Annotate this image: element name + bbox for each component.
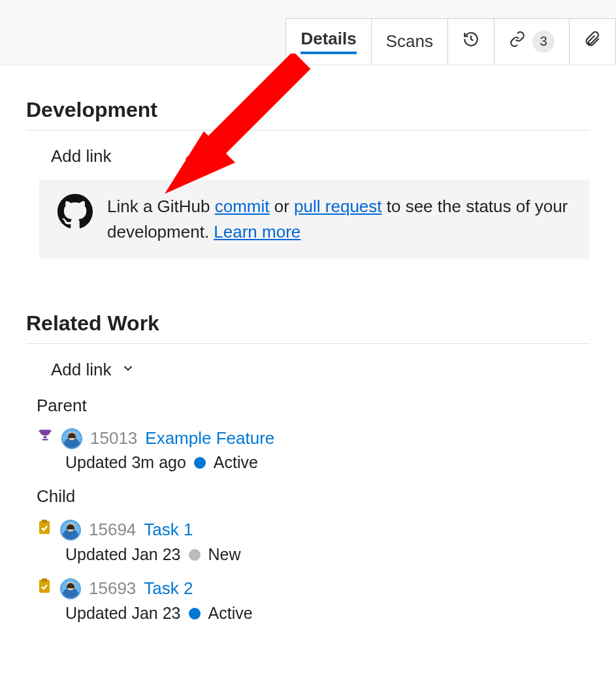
work-item[interactable]: 15693Task 2Updated Jan 23Active: [37, 573, 590, 632]
state-dot-icon: [189, 608, 201, 620]
tab-scans[interactable]: Scans: [371, 18, 448, 64]
clipboard-icon: [37, 577, 52, 600]
state-dot-icon: [189, 549, 201, 561]
work-item[interactable]: 15013Example FeatureUpdated 3m agoActive: [37, 424, 590, 481]
work-item-state: Active: [214, 453, 258, 472]
work-item-updated: Updated Jan 23: [65, 604, 181, 623]
history-icon: [462, 31, 479, 52]
tab-bar: Details Scans 3: [0, 0, 616, 65]
group-label: Child: [37, 486, 590, 507]
related-work-add-link-dropdown[interactable]: Add link: [51, 360, 590, 380]
svg-rect-5: [42, 578, 47, 582]
avatar: [60, 578, 81, 599]
avatar: [61, 428, 82, 449]
tab-scans-label: Scans: [386, 31, 433, 52]
svg-rect-3: [42, 520, 47, 523]
github-hint-text: Link a GitHub commit or pull request to …: [107, 194, 572, 245]
trophy-icon: [37, 428, 54, 449]
attachment-icon: [584, 31, 601, 52]
development-title: Development: [26, 98, 590, 122]
chevron-down-icon: [121, 360, 135, 380]
work-item-state: Active: [208, 604, 253, 623]
pull-request-link[interactable]: pull request: [294, 197, 381, 216]
work-item-updated: Updated Jan 23: [65, 545, 181, 564]
github-icon: [57, 194, 93, 245]
group-label: Parent: [37, 396, 590, 416]
tab-history[interactable]: [447, 18, 494, 64]
work-item-updated: Updated 3m ago: [65, 453, 186, 472]
divider: [26, 343, 590, 344]
github-link-hint: Link a GitHub commit or pull request to …: [39, 180, 590, 259]
commit-link[interactable]: commit: [215, 197, 270, 216]
links-count-badge: 3: [532, 31, 555, 53]
avatar: [60, 520, 81, 541]
tab-links[interactable]: 3: [494, 18, 570, 64]
clipboard-icon: [37, 518, 52, 541]
work-item-title-link[interactable]: Task 1: [144, 520, 193, 540]
tab-details-label: Details: [300, 29, 356, 54]
work-item-state: New: [208, 545, 241, 564]
learn-more-link[interactable]: Learn more: [214, 222, 300, 242]
link-icon: [509, 31, 526, 52]
development-add-link-button[interactable]: Add link: [51, 146, 590, 166]
add-link-label: Add link: [51, 360, 112, 380]
divider: [26, 130, 590, 131]
tab-details[interactable]: Details: [285, 18, 371, 64]
work-item-id: 15013: [90, 428, 137, 448]
work-item-title-link[interactable]: Example Feature: [145, 428, 274, 448]
work-item-id: 15694: [89, 520, 136, 540]
work-item[interactable]: 15694Task 1Updated Jan 23New: [37, 514, 590, 573]
state-dot-icon: [194, 457, 206, 469]
work-item-id: 15693: [89, 578, 136, 599]
work-item-title-link[interactable]: Task 2: [144, 578, 193, 599]
tab-attachments[interactable]: [569, 18, 616, 64]
related-work-title: Related Work: [26, 311, 590, 336]
